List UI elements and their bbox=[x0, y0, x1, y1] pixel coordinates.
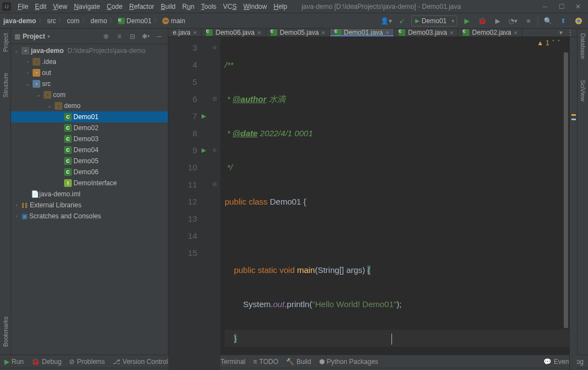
close-icon[interactable]: × bbox=[257, 29, 261, 36]
crumb-project[interactable]: java-demo bbox=[3, 17, 36, 25]
tool-tab-project[interactable]: Project bbox=[2, 31, 9, 54]
project-view-icon: ▦ bbox=[14, 33, 20, 40]
window-title: java-demo [D:\IdeaProjects\java-demo] - … bbox=[290, 3, 537, 10]
search-button[interactable]: 🔍 bbox=[542, 15, 554, 27]
run-button[interactable]: ▶ bbox=[460, 15, 473, 27]
tabs-more-icon[interactable]: ⋮ bbox=[567, 29, 574, 36]
close-icon[interactable]: × bbox=[193, 29, 197, 36]
warning-icon: ▲ bbox=[537, 39, 543, 47]
maximize-button[interactable]: ☐ bbox=[554, 1, 569, 12]
menu-file[interactable]: File bbox=[14, 3, 31, 10]
expand-all-icon[interactable]: ≡ bbox=[114, 31, 125, 42]
run-line-icon[interactable]: ▶ bbox=[202, 142, 213, 159]
tab-demo02[interactable]: CDemo02.java× bbox=[458, 29, 522, 36]
tree-demo[interactable]: ⌄▪demo bbox=[11, 100, 168, 111]
tree-external-libs[interactable]: ›⫿⫿External Libraries bbox=[11, 200, 168, 211]
tree-src[interactable]: ⌄▪src bbox=[11, 78, 168, 89]
crumb-method[interactable]: mmain bbox=[162, 17, 185, 25]
tool-debug[interactable]: 🐞Debug bbox=[31, 358, 61, 366]
minimize-button[interactable]: ─ bbox=[537, 1, 553, 12]
user-icon[interactable]: 👤▾ bbox=[380, 15, 393, 27]
tool-problems[interactable]: ⊘Problems bbox=[69, 358, 105, 366]
tab-demo01[interactable]: CDemo01.java× bbox=[330, 29, 394, 36]
menu-window[interactable]: Window bbox=[240, 3, 271, 10]
tool-run[interactable]: ▶Run bbox=[4, 358, 24, 366]
crumb-com[interactable]: com bbox=[67, 17, 80, 25]
code-content[interactable]: /** * @author 水滴 * @date 2022/4/1 0001 *… bbox=[220, 37, 569, 370]
tool-tab-bookmarks[interactable]: Bookmarks bbox=[2, 314, 9, 349]
tab-demo03[interactable]: CDemo03.java× bbox=[394, 29, 458, 36]
tree-out[interactable]: ›▪out bbox=[11, 67, 168, 78]
code-with-me-icon[interactable] bbox=[573, 15, 585, 27]
collapse-all-icon[interactable]: ⊟ bbox=[127, 31, 138, 42]
menu-vcs[interactable]: VCS bbox=[220, 3, 240, 10]
settings-icon[interactable]: ✱▾ bbox=[140, 31, 151, 42]
tree-scratches[interactable]: ›▣Scratches and Consoles bbox=[11, 211, 168, 222]
editor-scrollbar[interactable] bbox=[564, 52, 569, 370]
tree-root[interactable]: ⌄▪ java-demo D:\IdeaProjects\java-demo bbox=[11, 45, 168, 56]
stop-button[interactable]: ■ bbox=[522, 15, 534, 27]
tabs-dropdown-icon[interactable]: ▾ bbox=[559, 29, 563, 36]
run-gutter: ▶ ▶ bbox=[202, 37, 213, 370]
tree-class-demo01[interactable]: CDemo01 bbox=[11, 111, 168, 122]
sidebar-title[interactable]: Project bbox=[23, 33, 45, 40]
svg-point-1 bbox=[577, 19, 580, 23]
editor-tabs: e.java× CDemo06.java× CDemo05.java× CDem… bbox=[168, 29, 577, 37]
hide-sidebar-icon[interactable]: ─ bbox=[153, 31, 165, 42]
line-number-gutter: 3456789101112131415 bbox=[168, 37, 202, 370]
tree-class-demo05[interactable]: CDemo05 bbox=[11, 155, 168, 167]
debug-button[interactable]: 🐞 bbox=[476, 15, 488, 27]
tool-tab-structure[interactable]: Structure bbox=[2, 71, 9, 100]
tree-class-demo04[interactable]: CDemo04 bbox=[11, 144, 168, 155]
coverage-button[interactable]: ▶ bbox=[491, 15, 504, 27]
inspection-widget[interactable]: ▲1 ˄ ˅ bbox=[537, 39, 560, 47]
tree-com[interactable]: ⌄▪com bbox=[11, 89, 168, 100]
menu-run[interactable]: Run bbox=[179, 3, 198, 10]
code-editor[interactable]: 3456789101112131415 ▶ ▶ ⊖ ⊟ ⊖ ⊟ /** * @a… bbox=[168, 37, 577, 370]
menu-navigate[interactable]: Navigate bbox=[71, 3, 103, 10]
run-line-icon[interactable]: ▶ bbox=[202, 108, 213, 125]
tree-class-demo02[interactable]: CDemo02 bbox=[11, 122, 168, 133]
right-tool-stripe: Database SciView bbox=[577, 29, 588, 355]
menu-help[interactable]: Help bbox=[270, 3, 290, 10]
tree-iml[interactable]: 📄java-demo.iml bbox=[11, 189, 168, 200]
tree-class-demo03[interactable]: CDemo03 bbox=[11, 133, 168, 144]
tree-interface[interactable]: IDemoInterface bbox=[11, 178, 168, 189]
tab-partial[interactable]: e.java× bbox=[168, 29, 202, 36]
menu-tools[interactable]: Tools bbox=[198, 3, 220, 10]
next-highlight-icon[interactable]: ˅ bbox=[557, 39, 560, 47]
close-icon[interactable]: × bbox=[450, 29, 453, 36]
tree-class-demo06[interactable]: CDemo06 bbox=[11, 167, 168, 178]
menu-code[interactable]: Code bbox=[103, 3, 126, 10]
vcs-update-icon[interactable]: ↙ bbox=[396, 15, 408, 27]
menu-edit[interactable]: Edit bbox=[31, 3, 50, 10]
close-icon[interactable]: × bbox=[386, 29, 389, 36]
tab-demo05[interactable]: CDemo05.java× bbox=[266, 29, 330, 36]
left-tool-stripe: Project Structure Bookmarks bbox=[0, 29, 11, 355]
close-button[interactable]: ✕ bbox=[570, 1, 586, 12]
app-logo-icon: IJ bbox=[2, 2, 11, 11]
menu-view[interactable]: View bbox=[50, 3, 71, 10]
tab-demo06[interactable]: CDemo06.java× bbox=[202, 29, 266, 36]
tool-vcs[interactable]: ⎇Version Control bbox=[113, 358, 168, 366]
crumb-class[interactable]: CDemo01 bbox=[118, 17, 151, 25]
menu-bar: File Edit View Navigate Code Refactor Bu… bbox=[14, 3, 290, 10]
run-config-selector[interactable]: ▶ Demo01 bbox=[411, 15, 457, 26]
select-opened-file-icon[interactable]: ⊕ bbox=[100, 31, 112, 42]
crumb-src[interactable]: src bbox=[47, 17, 56, 25]
tool-tab-sciview[interactable]: SciView bbox=[580, 78, 586, 104]
close-icon[interactable]: × bbox=[321, 29, 325, 36]
ide-update-icon[interactable]: ⬆ bbox=[557, 15, 569, 27]
project-sidebar: ▦ Project ▾ ⊕ ≡ ⊟ ✱▾ ─ ⌄▪ java-demo D:\I… bbox=[11, 29, 168, 355]
tool-tab-database[interactable]: Database bbox=[580, 31, 586, 61]
menu-build[interactable]: Build bbox=[157, 3, 179, 10]
prev-highlight-icon[interactable]: ˄ bbox=[552, 39, 555, 47]
crumb-demo[interactable]: demo bbox=[91, 17, 107, 25]
menu-refactor[interactable]: Refactor bbox=[126, 3, 157, 10]
error-stripe[interactable] bbox=[569, 37, 577, 370]
title-bar: IJ File Edit View Navigate Code Refactor… bbox=[0, 0, 588, 13]
tree-idea[interactable]: ›▪.idea bbox=[11, 56, 168, 67]
profile-button[interactable]: ◔▾ bbox=[507, 15, 519, 27]
fold-gutter: ⊖ ⊟ ⊖ ⊟ bbox=[213, 37, 220, 370]
close-icon[interactable]: × bbox=[514, 29, 517, 36]
